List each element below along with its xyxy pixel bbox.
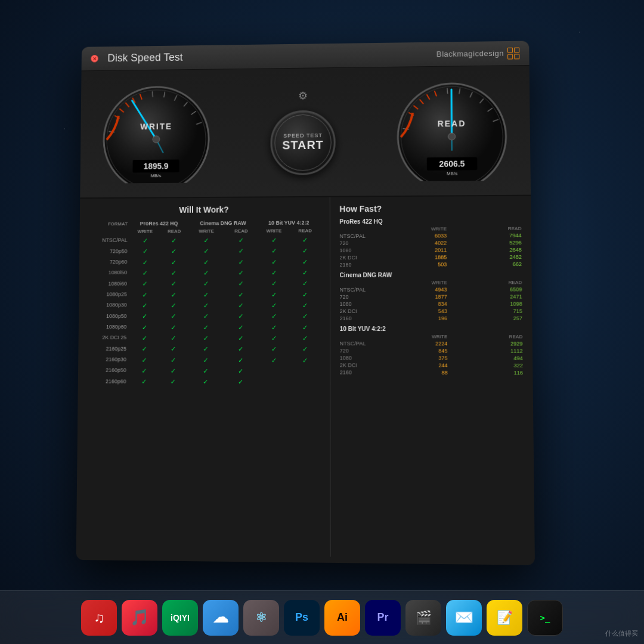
dock-item-netease[interactable]: ♫: [81, 600, 117, 636]
svg-text:2606.5: 2606.5: [439, 159, 465, 168]
speed-data-container: ProRes 422 HQ WRITE READ NTSC/PAL 6033 7…: [339, 218, 523, 377]
format-row: 2160p50✓✓✓✓: [88, 366, 320, 377]
how-fast-title: How Fast?: [339, 203, 521, 214]
svg-text:1895.9: 1895.9: [144, 161, 169, 171]
speed-data-row: 2K DCI 244 322: [340, 361, 523, 369]
center-controls: ⚙ SPEED TEST START: [270, 89, 335, 175]
read-gauge-container: 2606.5 MB/s READ: [392, 80, 512, 181]
dock: ♫ 🎵 iQIYI ☁ ⚛ Ps Ai Pr 🎬 ✉️ 📝 >_: [0, 590, 644, 644]
bm-sq-3: [507, 54, 513, 59]
dock-item-premiere[interactable]: Pr: [365, 600, 401, 636]
window-title: Disk Speed Test: [107, 51, 182, 64]
prores-header: ProRes 422 HQ: [130, 219, 188, 228]
speed-data-row: 1080 375 494: [340, 354, 523, 362]
format-row: 1080p25✓✓✓✓✓✓: [88, 289, 320, 301]
speed-data-row: 2K DCI 1885 2482: [340, 253, 522, 261]
bm-sq-1: [507, 47, 513, 52]
format-row: 1080p50✓✓✓✓✓✓: [88, 311, 320, 321]
format-row: NTSC/PAL✓✓✓✓✓✓: [89, 234, 320, 246]
dock-item-iqiyi[interactable]: iQIYI: [162, 600, 198, 636]
watermark: 什么值得买: [605, 629, 638, 638]
dock-item-mail[interactable]: ✉️: [446, 600, 482, 636]
write-gauge-container: 1895.9 MB/s WRITE: [98, 83, 215, 184]
data-section: Will It Work? FORMAT ProRes 422 HQ Cinem…: [76, 196, 535, 559]
write-gauge: 1895.9 MB/s WRITE: [98, 83, 215, 184]
svg-point-37: [448, 133, 456, 140]
format-row: 1080p30✓✓✓✓✓✓: [88, 300, 320, 311]
prores-read-header: READ: [160, 227, 188, 235]
speed-data-row: 720 1877 2471: [340, 293, 522, 300]
yuv-write-header: WRITE: [258, 227, 290, 235]
brand-logo: Blackmagicdesign: [436, 47, 520, 60]
cinema-read-header: READ: [225, 227, 258, 235]
cinema-write-header: WRITE: [188, 227, 224, 235]
cinema-header: Cinema DNG RAW: [188, 219, 258, 227]
start-text-main: START: [282, 138, 324, 152]
speed-section-header: ProRes 422 HQ: [339, 218, 521, 225]
dock-item-illustrator[interactable]: Ai: [324, 600, 360, 636]
svg-line-33: [447, 88, 448, 94]
yuv-read-header: READ: [290, 227, 320, 234]
brand-squares: [507, 47, 519, 59]
left-panel: Will It Work? FORMAT ProRes 422 HQ Cinem…: [76, 197, 330, 557]
speed-data-row: 2160 196 257: [340, 315, 522, 322]
svg-text:MB/s: MB/s: [447, 171, 457, 176]
svg-text:WRITE: WRITE: [140, 122, 172, 131]
format-row: 1080i50✓✓✓✓✓✓: [88, 267, 320, 278]
format-row: 2160p30✓✓✓✓✓✓: [88, 354, 320, 366]
format-row: 1080i60✓✓✓✓✓✓: [88, 278, 320, 289]
format-col-header: FORMAT: [89, 219, 130, 228]
format-row: 2160p25✓✓✓✓✓✓: [88, 343, 320, 355]
speed-col-headers: WRITE READ: [340, 333, 523, 340]
format-row: 2K DCI 25✓✓✓✓✓✓: [88, 333, 320, 344]
settings-icon[interactable]: ⚙: [298, 89, 308, 103]
bm-sq-2: [514, 47, 519, 52]
format-row: 720p60✓✓✓✓✓✓: [89, 256, 320, 268]
will-it-work-title: Will It Work?: [89, 205, 320, 215]
start-text-top: SPEED TEST: [283, 133, 322, 138]
read-gauge: 2606.5 MB/s READ: [392, 80, 512, 181]
bm-sq-4: [514, 54, 519, 59]
speed-data-row: 2160 503 662: [340, 261, 522, 268]
gauge-section: 1895.9 MB/s WRITE ⚙ SPEED TEST START: [80, 66, 531, 199]
speed-data-row: NTSC/PAL 2224 2929: [340, 340, 523, 347]
svg-point-16: [153, 136, 160, 143]
dock-item-atom[interactable]: ⚛: [243, 600, 279, 636]
speed-data-row: 1080 834 1098: [340, 301, 522, 308]
svg-line-35: [451, 89, 452, 137]
speed-section-header: Cinema DNG RAW: [340, 271, 522, 278]
format-table: FORMAT ProRes 422 HQ Cinema DNG RAW 10 B…: [88, 218, 320, 388]
prores-write-header: WRITE: [130, 228, 160, 236]
dock-item-fcpx[interactable]: 🎬: [405, 600, 441, 636]
right-panel: How Fast? ProRes 422 HQ WRITE READ NTSC/…: [330, 196, 534, 559]
dock-item-photoshop[interactable]: Ps: [284, 600, 320, 636]
speed-data-row: 1080 2011 2648: [340, 246, 522, 254]
speed-section-header: 10 Bit YUV 4:2:2: [340, 326, 522, 332]
dock-item-terminal[interactable]: >_: [527, 600, 563, 636]
format-row: 720p50✓✓✓✓✓✓: [89, 246, 320, 258]
close-button[interactable]: ✕: [91, 55, 98, 63]
yuv-header: 10 Bit YUV 4:2:2: [258, 218, 320, 227]
speed-data-row: 2K DCI 543 715: [340, 308, 522, 315]
speed-data-row: NTSC/PAL 4943 6509: [340, 286, 522, 293]
svg-line-12: [152, 91, 153, 97]
format-row: 2160p60✓✓✓✓: [88, 376, 320, 388]
brand-name: Blackmagicdesign: [436, 49, 504, 58]
svg-text:MB/s: MB/s: [151, 173, 162, 178]
speed-data-row: 2160 88 116: [340, 369, 523, 376]
dock-item-baidu[interactable]: ☁: [203, 600, 239, 636]
start-button[interactable]: SPEED TEST START: [270, 110, 335, 175]
dock-item-music[interactable]: 🎵: [122, 600, 157, 636]
dock-item-notes[interactable]: 📝: [487, 600, 522, 636]
svg-text:READ: READ: [438, 119, 466, 128]
app-window: ✕ Disk Speed Test Blackmagicdesign: [76, 41, 535, 565]
speed-col-headers: WRITE READ: [340, 279, 522, 286]
format-row: 1080p60✓✓✓✓✓✓: [88, 322, 320, 333]
speed-data-row: 720 845 1112: [340, 347, 523, 355]
